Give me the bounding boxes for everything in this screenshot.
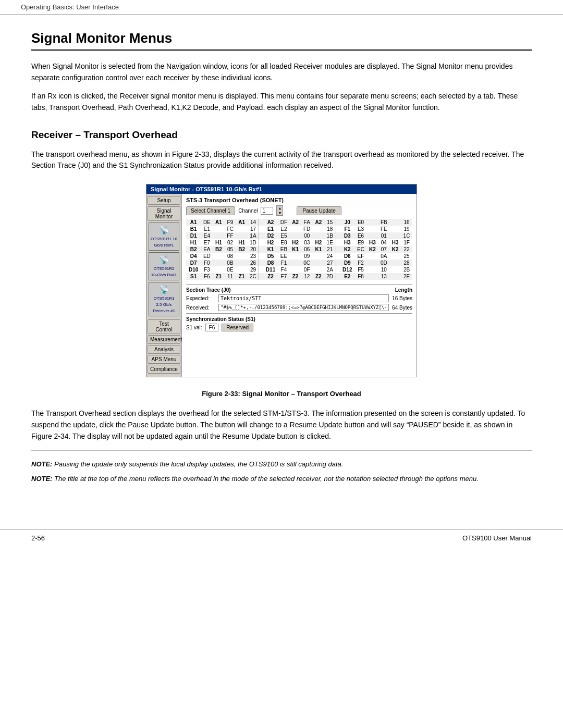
footer-manual-title: OTS9100 User Manual [462,534,532,542]
overhead-table: A1DEA1F9A114 A2DFA2FAA215 J0E0FB16 B1E1F… [186,219,412,280]
rx2-icon: 📡 [150,255,178,266]
channel-label: Channel [238,208,258,214]
spinner-up-icon[interactable]: ▲ [277,206,283,211]
sidebar-icon-rx2[interactable]: 📡 OTS591R2 10-Gb/s Rx#1 [149,252,179,280]
s1-val: F6 [205,324,219,331]
sidebar-compliance-btn[interactable]: Compliance [148,365,180,374]
section1-heading: Receiver – Transport Overhead [31,129,532,141]
screenshot-title-bar: Signal Monitor - OTS591R1 10-Gb/s Rx#1 [146,184,417,194]
pause-update-button[interactable]: Pause Update [297,206,341,215]
sidebar-icon-rx3[interactable]: 📡 OTS591R1 2.5 Gb/s Receiver #1 [149,282,179,316]
footer-page-number: 2-56 [31,534,45,542]
rx2-label: OTS591R2 10-Gb/s Rx#1 [151,266,177,277]
table-row: A1DEA1F9A114 A2DFA2FAA215 J0E0FB16 [186,219,412,226]
rx3-icon: 📡 [150,285,178,295]
section-trace-title: Section Trace (J0) [186,287,231,293]
note2: NOTE: The title at the top of the menu r… [31,474,532,484]
section-trace: Section Trace (J0) Length Expected: 16 B… [186,284,412,311]
breadcrumb: Operating Basics: User Interface [0,0,563,15]
table-row: D4ED0823 D5EE0924 D6EF0A25 [186,253,412,260]
rx1-icon: 📡 [150,225,178,236]
table-row: S1F6Z111Z12C Z2F7Z212Z22D E2F8132E [186,273,412,280]
s1-val-label: S1 val: [186,325,202,330]
section-trace-header: Section Trace (J0) Length [186,287,412,293]
note1: NOTE: Pausing the update only suspends t… [31,459,532,470]
channel-spinner[interactable]: ▲ ▼ [276,205,283,216]
table-row: B2EAB205B220 K1EBK106K121 K2ECK207K222 [186,246,412,253]
sync-status-title: Synchronization Status (S1) [186,316,412,322]
divider [31,450,532,451]
controls-row: Select Channel 1 Channel ▲ ▼ Pause Updat… [186,205,412,216]
expected-value-input[interactable] [218,294,389,302]
sidebar-analysis-btn[interactable]: Analysis [148,345,180,354]
received-value-input [218,304,389,311]
received-row: Received: 64 Bytes [186,304,412,311]
spinner-down-icon[interactable]: ▼ [277,211,283,215]
rx1-label: OTS591R1 10 Gb/s Rx#1 [151,237,177,248]
page-title: Signal Monitor Menus [31,30,532,51]
table-row: H1E7H102H11D H2E8H203H21E H3E9H304H31F [186,239,412,246]
screenshot-sidebar: Setup Signal Monitor 📡 OTS591R1 10 Gb/s … [146,194,182,377]
figure-caption: Figure 2-33: Signal Monitor – Transport … [31,390,532,398]
screenshot-main-panel: STS-3 Transport Overhead (SONET) Select … [182,194,417,377]
note2-text: The title at the top of the menu reflect… [54,475,479,483]
received-bytes: 64 Bytes [392,305,412,311]
channel-input[interactable] [261,207,273,215]
breadcrumb-text: Operating Basics: User Interface [21,3,119,11]
received-label: Received: [186,305,218,311]
table-row: D1E4FF1A D2E5001B D3E6011C [186,232,412,239]
sidebar-signal-monitor-btn[interactable]: Signal Monitor [148,206,180,221]
table-row: B1E1FC17 E1E2FD18 F1E3FE19 [186,226,412,232]
table-row: D10F30E29 D11F40F2A D12F5102B [186,266,412,273]
screenshot-figure: Signal Monitor - OTS591R1 10-Gb/s Rx#1 S… [146,184,417,377]
sync-status-section: Synchronization Status (S1) S1 val: F6 R… [186,313,412,331]
rx3-label: OTS591R1 2.5 Gb/s Receiver #1 [153,296,175,313]
reserved-label: Reserved [222,324,253,331]
sync-row: S1 val: F6 Reserved [186,324,412,331]
sidebar-icon-rx1[interactable]: 📡 OTS591R1 10 Gb/s Rx#1 [149,223,179,251]
length-label: Length [395,287,412,293]
sidebar-setup-btn[interactable]: Setup [148,196,180,205]
note1-text: Pausing the update only suspends the loc… [54,460,343,468]
section1-body: The transport overhead menu, as shown in… [31,149,532,171]
footer: 2-56 OTS9100 User Manual [0,529,563,546]
sidebar-test-control-btn[interactable]: Test Control [148,319,180,334]
intro-paragraph-2: If an Rx icon is clicked, the Receiver s… [31,91,532,113]
sidebar-measurements-btn[interactable]: Measurements [148,335,180,344]
panel-title: STS-3 Transport Overhead (SONET) [186,197,412,203]
select-channel-button[interactable]: Select Channel 1 [186,206,235,215]
expected-bytes: 16 Bytes [392,295,412,301]
body-after-figure: The Transport Overhead section displays … [31,408,532,442]
table-row: D7F00B26 D8F10C27 D9F20D28 [186,260,412,266]
note2-strong: NOTE: [31,475,52,483]
screenshot-title-text: Signal Monitor - OTS591R1 10-Gb/s Rx#1 [151,186,262,192]
expected-row: Expected: 16 Bytes [186,294,412,302]
intro-paragraph-1: When Signal Monitor is selected from the… [31,61,532,83]
note1-strong: NOTE: [31,460,52,468]
figure-caption-text: Figure 2-33: Signal Monitor – Transport … [202,390,361,398]
expected-label: Expected: [186,295,218,301]
sidebar-aps-menu-btn[interactable]: APS Menu [148,355,180,364]
